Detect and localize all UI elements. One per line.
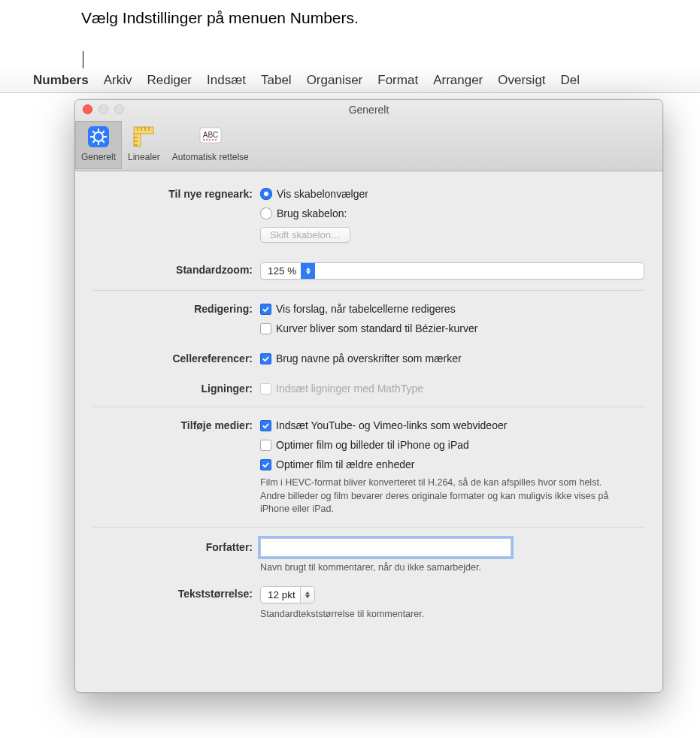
checkbox-mathtype: Indsæt ligninger med MathType	[260, 381, 644, 396]
text-size-description: Standardtekststørrelse til kommentarer.	[260, 608, 614, 622]
label-new-spreadsheets: Til nye regneark:	[93, 186, 260, 200]
tab-general[interactable]: Generelt	[75, 121, 122, 169]
svg-rect-11	[134, 134, 141, 147]
radio-off-icon	[260, 207, 272, 219]
menu-arranger[interactable]: Arranger	[433, 73, 483, 88]
preferences-window: Generelt Generelt Linealer ABC Automatis…	[74, 99, 663, 693]
radio-use-label: Brug skabelon:	[277, 206, 347, 221]
checkbox-mathtype-label: Indsæt ligninger med MathType	[276, 381, 423, 396]
checkbox-show-suggestions[interactable]: Vis forslag, når tabelcellerne redigeres	[260, 301, 644, 316]
checkbox-optimize-label: Optimer film og billeder til iPhone og i…	[276, 437, 469, 452]
zoom-button[interactable]	[114, 104, 124, 114]
radio-show-label: Vis skabelonvælger	[277, 186, 368, 201]
callout-text: Vælg Indstillinger på menuen Numbers.	[81, 8, 359, 28]
chevron-updown-icon	[300, 586, 314, 603]
ruler-icon	[131, 124, 156, 150]
window-controls	[83, 104, 124, 114]
tab-rulers[interactable]: Linealer	[122, 121, 166, 169]
author-input[interactable]	[260, 538, 511, 557]
checkbox-youtube-vimeo[interactable]: Indsæt YouTube- og Vimeo-links som webvi…	[260, 418, 644, 433]
label-add-media: Tilføje medier:	[93, 418, 260, 431]
label-default-zoom: Standardzoom:	[93, 262, 260, 276]
menu-organiser[interactable]: Organiser	[307, 73, 363, 88]
window-titlebar: Generelt	[75, 100, 662, 119]
label-equations: Ligninger:	[93, 381, 260, 395]
checkbox-on-icon	[260, 420, 271, 431]
checkbox-header-names[interactable]: Brug navne på overskrifter som mærker	[260, 351, 644, 366]
checkbox-bezier-curves[interactable]: Kurver bliver som standard til Bézier-ku…	[260, 321, 644, 336]
checkbox-header-names-label: Brug navne på overskrifter som mærker	[276, 351, 462, 366]
radio-use-template[interactable]: Brug skabelon:	[260, 206, 644, 221]
checkbox-on-icon	[260, 304, 271, 315]
chevron-updown-icon	[301, 262, 315, 280]
label-author: Forfatter:	[93, 538, 260, 553]
author-description: Navn brugt til kommentarer, når du ikke …	[260, 561, 614, 575]
menu-format[interactable]: Format	[377, 73, 418, 88]
menu-oversigt[interactable]: Oversigt	[498, 73, 545, 88]
checkbox-off-icon	[260, 440, 271, 451]
checkbox-on-icon	[260, 353, 271, 364]
menu-numbers[interactable]: Numbers	[33, 73, 89, 88]
svg-rect-10	[134, 127, 153, 134]
menu-tabel[interactable]: Tabel	[261, 73, 292, 88]
window-title: Generelt	[75, 104, 662, 116]
tab-rulers-label: Linealer	[128, 152, 160, 162]
separator	[93, 527, 644, 528]
checkbox-optimize-older[interactable]: Optimer film til ældre enheder	[260, 457, 644, 472]
callout-line	[83, 51, 83, 68]
menu-indsaet[interactable]: Indsæt	[207, 73, 246, 88]
separator	[93, 407, 644, 407]
text-size-value: 12 pkt	[261, 589, 300, 600]
radio-on-icon	[260, 188, 272, 200]
svg-text:ABC: ABC	[202, 131, 218, 139]
gear-icon	[86, 124, 111, 150]
tab-autocorrect[interactable]: ABC Automatisk rettelse	[166, 121, 255, 169]
checkbox-bezier-label: Kurver bliver som standard til Bézier-ku…	[276, 321, 477, 336]
menu-rediger[interactable]: Rediger	[147, 73, 192, 88]
checkbox-on-icon	[260, 459, 271, 470]
minimize-button[interactable]	[98, 104, 108, 114]
menu-del[interactable]: Del	[561, 73, 580, 88]
menu-arkiv[interactable]: Arkiv	[104, 73, 132, 88]
default-zoom-value: 125 %	[261, 265, 301, 277]
checkbox-suggestions-label: Vis forslag, når tabelcellerne redigeres	[276, 301, 456, 316]
label-editing: Redigering:	[93, 301, 260, 315]
preferences-toolbar: Generelt Linealer ABC Automatisk rettels…	[75, 119, 662, 171]
radio-show-template-chooser[interactable]: Vis skabelonvælger	[260, 186, 644, 201]
macos-menubar: Numbers Arkiv Rediger Indsæt Tabel Organ…	[0, 68, 700, 93]
close-button[interactable]	[83, 104, 92, 114]
checkbox-youtube-label: Indsæt YouTube- og Vimeo-links som webvi…	[276, 418, 507, 433]
general-pane: Til nye regneark: Vis skabelonvælger Bru…	[75, 171, 662, 622]
checkbox-off-icon	[260, 323, 271, 334]
checkbox-optimize-iphone[interactable]: Optimer film og billeder til iPhone og i…	[260, 437, 644, 452]
default-zoom-popup[interactable]: 125 %	[260, 262, 644, 280]
label-text-size: Tekststørrelse:	[93, 586, 260, 600]
media-description: Film i HEVC-format bliver konverteret ti…	[260, 476, 614, 516]
checkbox-disabled-icon	[260, 383, 271, 395]
label-cell-references: Cellereferencer:	[93, 351, 260, 364]
autocorrect-icon: ABC	[198, 124, 223, 150]
checkbox-older-label: Optimer film til ældre enheder	[276, 457, 414, 472]
change-template-button[interactable]: Skift skabelon…	[260, 227, 350, 243]
tab-autocorrect-label: Automatisk rettelse	[172, 152, 249, 162]
text-size-popup[interactable]: 12 pkt	[260, 586, 315, 603]
tab-general-label: Generelt	[81, 152, 116, 162]
separator	[93, 290, 644, 291]
